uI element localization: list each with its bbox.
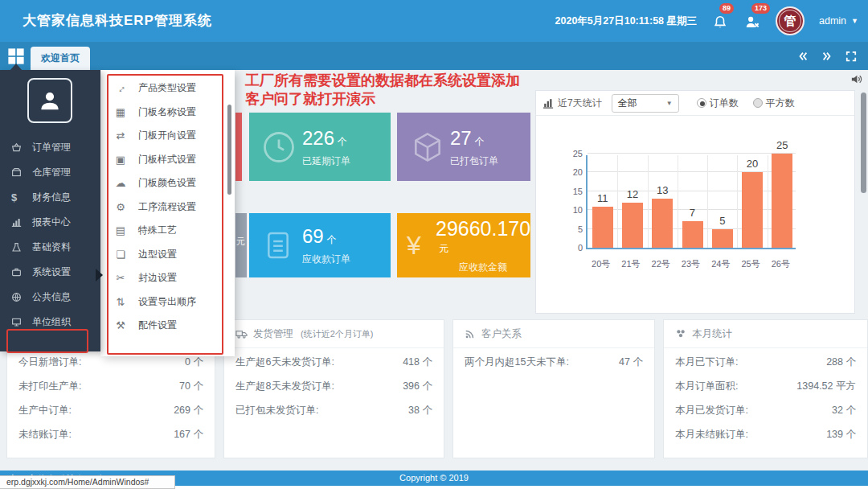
bar-20号 [592, 207, 613, 248]
bar-value-label: 5 [707, 215, 737, 227]
bar-23号 [682, 221, 703, 248]
x-tick-label: 21号 [616, 254, 645, 270]
card-gray-partial: 元 [235, 213, 247, 277]
submenu-item-door-style[interactable]: ▣门板样式设置 [100, 148, 229, 172]
sidebar-item-base-data[interactable]: 基础资料 [0, 235, 100, 260]
submenu-item-product-type[interactable]: ↔产品类型设置 [100, 76, 229, 101]
sidebar-item-organization[interactable]: 单位组织 [0, 310, 100, 335]
x-tick-label: 24号 [706, 254, 735, 270]
notifications-button[interactable]: 89 [711, 12, 729, 30]
sidebar-item-public-info[interactable]: 公共信息 [0, 285, 100, 310]
bar-chart-plot: 0510152025111213752025 [586, 155, 796, 249]
gridline [678, 155, 678, 248]
truck-icon [235, 328, 248, 340]
chart-title: 近7天统计 [558, 97, 602, 110]
sidebar-popup: 订单管理 仓库管理 $ 财务信息 报表中心 基础资料 [0, 70, 100, 351]
submenu-pointer-arrow [96, 269, 103, 281]
y-tick-label: 5 [567, 224, 583, 234]
stat-row: 本月已发货订单:32 个 [664, 398, 867, 422]
submenu-item-process-flow[interactable]: ⚙工序流程设置 [100, 195, 229, 220]
card-receivable-orders: 69个应收款订单 [249, 213, 391, 277]
double-left-icon [797, 51, 809, 62]
bar-26号 [772, 154, 792, 248]
chart-icon [11, 217, 26, 228]
x-tick-label: 25号 [735, 254, 765, 270]
chevron-down-icon: ▼ [666, 100, 673, 107]
stat-row: 两个月内超15天未下单:47 个 [453, 350, 654, 374]
bar-25号 [742, 172, 763, 248]
sidebar-item-orders[interactable]: 订单管理 [0, 135, 100, 160]
sidebar-item-warehouse[interactable]: 仓库管理 [0, 160, 100, 185]
submenu-item-special-craft[interactable]: ▤特殊工艺 [100, 219, 229, 243]
submenu-item-door-color[interactable]: ☁门板颜色设置 [100, 171, 229, 195]
panel-subtitle: (统计近2个月订单) [301, 328, 373, 340]
y-tick-label: 25 [567, 149, 583, 158]
bar-chart-icon [542, 97, 554, 109]
message-badge: 173 [751, 3, 770, 14]
chart-filter-select[interactable]: 全部 ▼ [612, 94, 679, 113]
scroll-tabs-right-button[interactable] [821, 51, 833, 62]
panel-title: 发货管理 [253, 327, 293, 341]
sidebar-item-finance[interactable]: $ 财务信息 [0, 185, 100, 210]
submenu-item-accessories[interactable]: ⚒配件设置 [100, 314, 229, 338]
customer-relations-panel: 客户关系 两个月内超15天未下单:47 个 [452, 319, 655, 458]
bell-icon [713, 15, 727, 30]
messages-button[interactable]: 173 [743, 12, 761, 30]
y-tick-label: 10 [567, 205, 583, 215]
bar-value-label: 7 [678, 207, 707, 219]
submenu-item-export-order[interactable]: ⇅设置导出顺序 [100, 290, 229, 314]
sidebar-avatar[interactable] [27, 78, 72, 123]
globe-icon [11, 292, 26, 302]
bar-value-label: 20 [737, 158, 767, 170]
dollar-icon: $ [11, 191, 26, 203]
radio-square-count[interactable]: 平方数 [753, 97, 795, 110]
y-tick-label: 0 [567, 243, 583, 253]
stat-row: 本月未结账订单:139 个 [664, 422, 867, 446]
sidebar-item-reports[interactable]: 报表中心 [0, 210, 100, 235]
gridline [707, 155, 708, 248]
settings-submenu-list: ↔产品类型设置 ▦门板名称设置 ⇄门板开向设置 ▣门板样式设置 ☁门板颜色设置 … [100, 76, 229, 338]
basket-icon [11, 142, 26, 153]
y-tick-label: 15 [567, 187, 583, 196]
gridline [648, 155, 649, 248]
bar-22号 [652, 199, 673, 248]
gridline [617, 155, 618, 248]
scroll-tabs-left-button[interactable] [797, 51, 809, 62]
submenu-scrollbar[interactable] [227, 105, 231, 195]
user-menu[interactable]: admin ▼ [819, 15, 858, 27]
submenu-item-edge-banding[interactable]: ✂封边设置 [100, 266, 229, 290]
submenu-item-door-name[interactable]: ▦门板名称设置 [100, 101, 229, 125]
yen-icon: ¥ [407, 231, 421, 261]
app-header: 大管家信息科技ERP管理系统 2020年5月27日10:11:58 星期三 89… [0, 0, 868, 42]
stat-row: 未结账订单:167 个 [7, 422, 215, 446]
card-delayed-orders: 226个已延期订单 [249, 113, 391, 181]
avatar[interactable]: 管 [776, 6, 805, 35]
status-bar-url: erp.dgjxxkj.com/Home/AdminWindos# [0, 475, 175, 489]
exchange-icon: ⇄ [113, 129, 128, 142]
card-packed-orders: 27个已打包订单 [397, 113, 530, 181]
fullscreen-button[interactable] [845, 51, 857, 62]
gear-icon: ⚙ [113, 201, 128, 213]
stat-row: 本月已下订单:288 个 [664, 350, 867, 374]
x-tick-label: 26号 [766, 254, 796, 270]
user-x-icon [745, 14, 760, 30]
chevron-down-icon: ▼ [851, 17, 858, 25]
radio-order-count[interactable]: 订单数 [697, 97, 739, 110]
document-icon [262, 229, 294, 261]
user-icon [36, 87, 63, 114]
windows-icon [7, 47, 25, 65]
page-scrollbar[interactable] [861, 92, 866, 193]
annotation-note: 工厂所有需要设置的数据都在系统设置添加 客户问了就打开演示 [245, 72, 520, 109]
card-receivable-amount: ¥ 29660.170元应收款金额 [397, 213, 530, 277]
rss-icon [465, 328, 476, 339]
scissors-icon: ✂ [113, 272, 128, 284]
erp-dashboard: 大管家信息科技ERP管理系统 2020年5月27日10:11:58 星期三 89… [0, 0, 868, 489]
submenu-item-edge-type[interactable]: ❏边型设置 [100, 243, 229, 267]
speaker-icon[interactable] [850, 73, 862, 85]
tab-welcome-home[interactable]: 欢迎首页 [31, 47, 90, 70]
panel-style-icon: ▣ [113, 154, 128, 166]
double-right-icon [821, 51, 833, 62]
sidebar-item-system-settings[interactable]: 系统设置 [0, 260, 100, 285]
resize-icon: ↔ [111, 79, 129, 97]
submenu-item-door-opening[interactable]: ⇄门板开向设置 [100, 124, 229, 148]
